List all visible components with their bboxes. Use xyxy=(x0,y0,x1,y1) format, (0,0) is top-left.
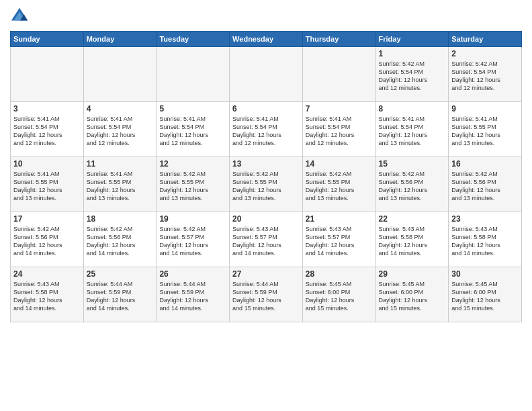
day-header-thursday: Thursday xyxy=(302,32,375,47)
week-row-2: 10Sunrise: 5:41 AM Sunset: 5:55 PM Dayli… xyxy=(11,157,522,212)
day-info: Sunrise: 5:45 AM Sunset: 6:00 PM Dayligh… xyxy=(379,280,446,313)
day-number: 1 xyxy=(379,49,446,58)
calendar-cell: 7Sunrise: 5:41 AM Sunset: 5:54 PM Daylig… xyxy=(302,102,375,157)
day-number: 13 xyxy=(232,159,300,169)
day-number: 27 xyxy=(232,269,300,279)
day-info: Sunrise: 5:41 AM Sunset: 5:54 PM Dayligh… xyxy=(159,115,226,148)
day-number: 7 xyxy=(306,104,373,113)
day-number: 17 xyxy=(13,214,81,224)
calendar-cell: 15Sunrise: 5:42 AM Sunset: 5:56 PM Dayli… xyxy=(375,157,449,212)
day-info: Sunrise: 5:42 AM Sunset: 5:55 PM Dayligh… xyxy=(306,170,373,203)
day-info: Sunrise: 5:41 AM Sunset: 5:54 PM Dayligh… xyxy=(87,115,154,148)
day-number: 14 xyxy=(306,159,373,169)
day-number: 11 xyxy=(87,159,154,169)
day-header-tuesday: Tuesday xyxy=(157,32,230,47)
day-info: Sunrise: 5:44 AM Sunset: 5:59 PM Dayligh… xyxy=(232,280,300,313)
calendar-cell: 29Sunrise: 5:45 AM Sunset: 6:00 PM Dayli… xyxy=(375,267,449,322)
header xyxy=(10,7,522,26)
day-info: Sunrise: 5:42 AM Sunset: 5:54 PM Dayligh… xyxy=(379,60,446,93)
calendar-cell: 2Sunrise: 5:42 AM Sunset: 5:54 PM Daylig… xyxy=(449,47,522,102)
week-row-0: 1Sunrise: 5:42 AM Sunset: 5:54 PM Daylig… xyxy=(11,47,522,102)
calendar-cell: 14Sunrise: 5:42 AM Sunset: 5:55 PM Dayli… xyxy=(302,157,375,212)
day-number: 2 xyxy=(451,49,519,58)
day-header-wednesday: Wednesday xyxy=(230,32,303,47)
day-number: 16 xyxy=(451,159,519,169)
day-header-monday: Monday xyxy=(83,32,157,47)
day-number: 4 xyxy=(87,104,154,113)
calendar-cell: 28Sunrise: 5:45 AM Sunset: 6:00 PM Dayli… xyxy=(302,267,375,322)
day-info: Sunrise: 5:43 AM Sunset: 5:58 PM Dayligh… xyxy=(379,225,446,258)
day-number: 30 xyxy=(451,269,519,279)
week-row-4: 24Sunrise: 5:43 AM Sunset: 5:58 PM Dayli… xyxy=(11,267,522,322)
day-number: 29 xyxy=(379,269,446,279)
day-info: Sunrise: 5:44 AM Sunset: 5:59 PM Dayligh… xyxy=(159,280,226,313)
calendar-cell xyxy=(83,47,157,102)
day-number: 6 xyxy=(232,104,300,113)
calendar-cell: 30Sunrise: 5:45 AM Sunset: 6:00 PM Dayli… xyxy=(449,267,522,322)
calendar-cell: 21Sunrise: 5:43 AM Sunset: 5:57 PM Dayli… xyxy=(302,212,375,267)
calendar-cell xyxy=(157,47,230,102)
calendar-cell: 12Sunrise: 5:42 AM Sunset: 5:55 PM Dayli… xyxy=(157,157,230,212)
calendar-cell: 19Sunrise: 5:42 AM Sunset: 5:57 PM Dayli… xyxy=(157,212,230,267)
main-container: SundayMondayTuesdayWednesdayThursdayFrid… xyxy=(0,0,532,329)
day-number: 28 xyxy=(306,269,373,279)
day-info: Sunrise: 5:44 AM Sunset: 5:59 PM Dayligh… xyxy=(87,280,154,313)
calendar-cell: 5Sunrise: 5:41 AM Sunset: 5:54 PM Daylig… xyxy=(157,102,230,157)
week-row-3: 17Sunrise: 5:42 AM Sunset: 5:56 PM Dayli… xyxy=(11,212,522,267)
day-number: 19 xyxy=(159,214,226,224)
calendar-cell: 25Sunrise: 5:44 AM Sunset: 5:59 PM Dayli… xyxy=(83,267,157,322)
week-row-1: 3Sunrise: 5:41 AM Sunset: 5:54 PM Daylig… xyxy=(11,102,522,157)
day-number: 5 xyxy=(159,104,226,113)
calendar-cell: 20Sunrise: 5:43 AM Sunset: 5:57 PM Dayli… xyxy=(230,212,303,267)
day-info: Sunrise: 5:42 AM Sunset: 5:56 PM Dayligh… xyxy=(87,225,154,258)
calendar-cell: 26Sunrise: 5:44 AM Sunset: 5:59 PM Dayli… xyxy=(157,267,230,322)
calendar-cell: 23Sunrise: 5:43 AM Sunset: 5:58 PM Dayli… xyxy=(449,212,522,267)
calendar-cell: 16Sunrise: 5:42 AM Sunset: 5:56 PM Dayli… xyxy=(449,157,522,212)
day-header-sunday: Sunday xyxy=(11,32,84,47)
day-number: 20 xyxy=(232,214,300,224)
day-info: Sunrise: 5:42 AM Sunset: 5:56 PM Dayligh… xyxy=(451,170,519,203)
day-info: Sunrise: 5:42 AM Sunset: 5:55 PM Dayligh… xyxy=(159,170,226,203)
calendar-cell: 3Sunrise: 5:41 AM Sunset: 5:54 PM Daylig… xyxy=(11,102,84,157)
day-number: 8 xyxy=(379,104,446,113)
day-info: Sunrise: 5:42 AM Sunset: 5:56 PM Dayligh… xyxy=(13,225,81,258)
day-info: Sunrise: 5:42 AM Sunset: 5:57 PM Dayligh… xyxy=(159,225,226,258)
calendar-cell: 10Sunrise: 5:41 AM Sunset: 5:55 PM Dayli… xyxy=(11,157,84,212)
day-number: 25 xyxy=(87,269,154,279)
day-info: Sunrise: 5:42 AM Sunset: 5:56 PM Dayligh… xyxy=(379,170,446,203)
day-number: 26 xyxy=(159,269,226,279)
day-number: 23 xyxy=(451,214,519,224)
day-info: Sunrise: 5:45 AM Sunset: 6:00 PM Dayligh… xyxy=(451,280,519,313)
day-number: 12 xyxy=(159,159,226,169)
day-number: 10 xyxy=(13,159,81,169)
calendar-cell: 8Sunrise: 5:41 AM Sunset: 5:54 PM Daylig… xyxy=(375,102,449,157)
calendar-cell xyxy=(11,47,84,102)
header-row: SundayMondayTuesdayWednesdayThursdayFrid… xyxy=(11,32,522,47)
calendar-cell: 11Sunrise: 5:41 AM Sunset: 5:55 PM Dayli… xyxy=(83,157,157,212)
day-number: 22 xyxy=(379,214,446,224)
calendar-cell: 22Sunrise: 5:43 AM Sunset: 5:58 PM Dayli… xyxy=(375,212,449,267)
day-info: Sunrise: 5:42 AM Sunset: 5:55 PM Dayligh… xyxy=(232,170,300,203)
day-info: Sunrise: 5:43 AM Sunset: 5:58 PM Dayligh… xyxy=(451,225,519,258)
calendar-cell: 9Sunrise: 5:41 AM Sunset: 5:55 PM Daylig… xyxy=(449,102,522,157)
calendar-cell: 24Sunrise: 5:43 AM Sunset: 5:58 PM Dayli… xyxy=(11,267,84,322)
day-info: Sunrise: 5:41 AM Sunset: 5:55 PM Dayligh… xyxy=(13,170,81,203)
calendar-cell: 1Sunrise: 5:42 AM Sunset: 5:54 PM Daylig… xyxy=(375,47,449,102)
calendar-cell: 13Sunrise: 5:42 AM Sunset: 5:55 PM Dayli… xyxy=(230,157,303,212)
calendar-table: SundayMondayTuesdayWednesdayThursdayFrid… xyxy=(10,31,522,322)
day-info: Sunrise: 5:41 AM Sunset: 5:54 PM Dayligh… xyxy=(306,115,373,148)
calendar-cell: 4Sunrise: 5:41 AM Sunset: 5:54 PM Daylig… xyxy=(83,102,157,157)
day-info: Sunrise: 5:41 AM Sunset: 5:55 PM Dayligh… xyxy=(87,170,154,203)
logo xyxy=(10,7,32,26)
day-info: Sunrise: 5:43 AM Sunset: 5:57 PM Dayligh… xyxy=(232,225,300,258)
calendar-cell: 17Sunrise: 5:42 AM Sunset: 5:56 PM Dayli… xyxy=(11,212,84,267)
calendar-cell xyxy=(230,47,303,102)
day-info: Sunrise: 5:41 AM Sunset: 5:54 PM Dayligh… xyxy=(232,115,300,148)
day-info: Sunrise: 5:45 AM Sunset: 6:00 PM Dayligh… xyxy=(306,280,373,313)
day-number: 18 xyxy=(87,214,154,224)
day-info: Sunrise: 5:43 AM Sunset: 5:58 PM Dayligh… xyxy=(13,280,81,313)
day-number: 15 xyxy=(379,159,446,169)
day-info: Sunrise: 5:43 AM Sunset: 5:57 PM Dayligh… xyxy=(306,225,373,258)
day-info: Sunrise: 5:42 AM Sunset: 5:54 PM Dayligh… xyxy=(451,60,519,93)
day-number: 9 xyxy=(451,104,519,113)
